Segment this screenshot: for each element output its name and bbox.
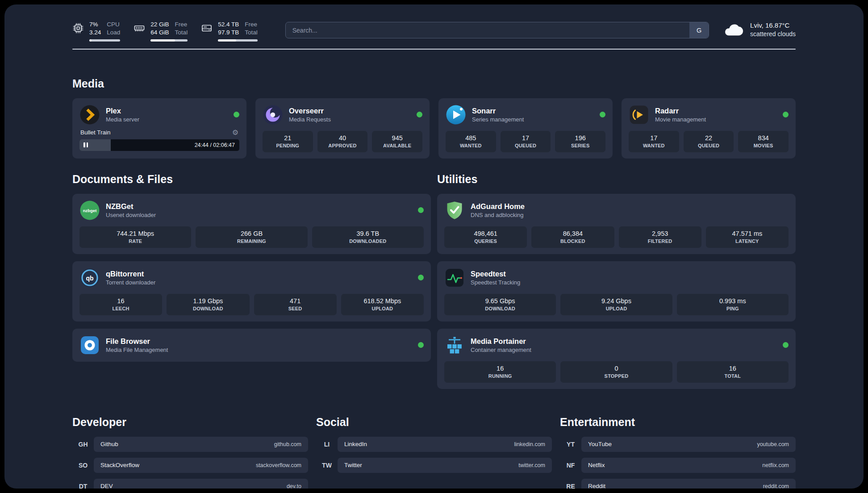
weather-location: Lviv, 16.87°C bbox=[750, 21, 796, 29]
bookmark-url: stackoverflow.com bbox=[256, 462, 301, 468]
disk-usage-bar bbox=[218, 39, 258, 42]
bookmark-dev[interactable]: DT DEV dev.to bbox=[72, 479, 308, 489]
app-card-qbittorrent[interactable]: qb qBittorrent Torrent downloader 16 LEE… bbox=[72, 261, 431, 322]
topbar: 7% 3.24 CPU Load bbox=[72, 21, 796, 42]
app-card-sonarr[interactable]: Sonarr Series management 485 WANTED 17 Q… bbox=[438, 98, 613, 159]
app-card-overseerr[interactable]: Overseerr Media Requests 21 PENDING 40 A… bbox=[255, 98, 430, 159]
app-name: qBittorrent bbox=[106, 270, 155, 278]
bookmark-stackoverflow[interactable]: SO StackOverflow stackoverflow.com bbox=[72, 458, 308, 473]
plex-icon bbox=[79, 104, 100, 125]
bookmark-name: Github bbox=[100, 441, 118, 447]
app-subtitle: Speedtest Tracking bbox=[471, 279, 520, 286]
cpu-load-label: Load bbox=[107, 29, 120, 37]
app-subtitle: Media File Management bbox=[106, 347, 168, 353]
stat-tile: 834 MOVIES bbox=[738, 131, 789, 152]
status-dot bbox=[418, 275, 424, 280]
bookmark-url: twitter.com bbox=[518, 462, 545, 468]
disk-total-value: 97.9 TB bbox=[218, 29, 239, 37]
section-title-media: Media bbox=[72, 77, 796, 90]
bookmark-url: linkedin.com bbox=[514, 441, 545, 447]
bookmark-abbr: SO bbox=[72, 458, 94, 473]
bookmark-name: Netflix bbox=[588, 462, 605, 468]
bookmark-linkedin[interactable]: LI LinkedIn linkedin.com bbox=[316, 437, 552, 452]
app-name: Overseerr bbox=[289, 107, 331, 115]
app-name: NZBGet bbox=[106, 202, 156, 211]
seek-bar[interactable]: 24:44 / 02:06:47 bbox=[79, 139, 239, 151]
pause-button[interactable] bbox=[83, 142, 88, 147]
disk-icon bbox=[201, 22, 213, 34]
dashboard-page: 7% 3.24 CPU Load bbox=[4, 4, 864, 489]
sonarr-icon bbox=[446, 104, 466, 125]
app-card-plex[interactable]: Plex Media server Bullet Train ⚙ 24:44 /… bbox=[72, 98, 246, 159]
bookmark-netflix[interactable]: NF Netflix netflix.com bbox=[560, 458, 796, 473]
stat-tile: 17 WANTED bbox=[629, 131, 679, 152]
plex-now-playing: Bullet Train ⚙ 24:44 / 02:06:47 bbox=[79, 129, 239, 151]
status-dot bbox=[234, 112, 239, 117]
radarr-icon bbox=[629, 104, 649, 125]
stat-tile: 266 GB REMAINING bbox=[196, 226, 307, 248]
bookmark-youtube[interactable]: YT YouTube youtube.com bbox=[560, 437, 796, 452]
cpu-usage-bar bbox=[89, 39, 120, 42]
stat-tile: 471 SEED bbox=[254, 294, 337, 315]
stat-tile: 16 TOTAL bbox=[677, 361, 789, 383]
disk-widget: 52.4 TB 97.9 TB Free Total bbox=[201, 21, 258, 42]
ram-usage-fill bbox=[150, 39, 175, 42]
ram-widget: 22 GiB 64 GiB Free Total bbox=[134, 21, 188, 42]
bookmark-url: github.com bbox=[274, 441, 301, 447]
weather-widget: Lviv, 16.87°C scattered clouds bbox=[723, 21, 796, 38]
stat-tile: 498,461 QUERIES bbox=[444, 226, 527, 248]
stat-tile: 39.6 TB DOWNLOADED bbox=[312, 226, 424, 248]
app-name: AdGuard Home bbox=[471, 202, 525, 211]
section-documents: Documents & Files nzbget NZBGet Usenet d… bbox=[72, 173, 431, 396]
search-input[interactable] bbox=[285, 22, 709, 38]
bookmark-url: dev.to bbox=[287, 483, 301, 489]
bookmark-name: Twitter bbox=[344, 462, 362, 468]
app-subtitle: Media server bbox=[106, 116, 139, 123]
stat-tile: 1.19 Gbps DOWNLOAD bbox=[167, 294, 249, 315]
bookmark-reddit[interactable]: RE Reddit reddit.com bbox=[560, 479, 796, 489]
app-card-speedtest[interactable]: Speedtest Speedtest Tracking 9.65 Gbps D… bbox=[437, 261, 796, 322]
cpu-widget: 7% 3.24 CPU Load bbox=[72, 21, 120, 42]
adguard-icon bbox=[444, 200, 465, 221]
app-subtitle: Container management bbox=[471, 347, 531, 353]
disk-free-label: Free bbox=[245, 21, 258, 29]
topbar-divider bbox=[72, 49, 796, 50]
cpu-load-value: 3.24 bbox=[89, 29, 101, 37]
app-card-filebrowser[interactable]: File Browser Media File Management bbox=[72, 329, 431, 362]
section-utilities: Utilities AdGuard Home DNS and adblockin… bbox=[437, 173, 796, 396]
app-subtitle: Media Requests bbox=[289, 116, 331, 123]
app-name: Plex bbox=[106, 107, 139, 115]
app-card-portainer[interactable]: Media Portainer Container management 16 … bbox=[437, 329, 796, 389]
search-provider-button[interactable]: G bbox=[689, 22, 709, 38]
bookmark-name: YouTube bbox=[588, 441, 612, 447]
app-name: Speedtest bbox=[471, 270, 520, 278]
app-subtitle: Torrent downloader bbox=[106, 279, 155, 286]
ram-free-label: Free bbox=[175, 21, 188, 29]
app-card-adguard[interactable]: AdGuard Home DNS and adblocking 498,461 … bbox=[437, 194, 796, 254]
bookmark-abbr: YT bbox=[560, 437, 581, 452]
bookmark-twitter[interactable]: TW Twitter twitter.com bbox=[316, 458, 552, 473]
bookmark-abbr: DT bbox=[72, 479, 94, 489]
bookmark-abbr: LI bbox=[316, 437, 338, 452]
section-title-utilities: Utilities bbox=[437, 173, 796, 186]
svg-text:qb: qb bbox=[86, 274, 93, 281]
app-subtitle: Series management bbox=[472, 116, 524, 123]
app-card-radarr[interactable]: Radarr Movie management 17 WANTED 22 QUE… bbox=[622, 98, 796, 159]
app-subtitle: Usenet downloader bbox=[106, 212, 156, 218]
bookmark-name: DEV bbox=[100, 483, 113, 489]
bookmark-group-entertainment: Entertainment YT YouTube youtube.com NF … bbox=[560, 416, 796, 489]
stat-tile: 21 PENDING bbox=[263, 131, 313, 152]
app-name: Media Portainer bbox=[471, 337, 531, 346]
status-dot bbox=[783, 112, 789, 117]
app-card-nzbget[interactable]: nzbget NZBGet Usenet downloader 744.21 M… bbox=[72, 194, 431, 254]
status-dot bbox=[418, 342, 424, 348]
disk-usage-fill bbox=[218, 39, 236, 42]
bookmark-abbr: NF bbox=[560, 458, 581, 473]
bookmark-github[interactable]: GH Github github.com bbox=[72, 437, 308, 452]
ram-usage-bar bbox=[150, 39, 188, 42]
gear-icon[interactable]: ⚙ bbox=[232, 129, 238, 136]
cloud-icon bbox=[723, 22, 744, 37]
stat-tile: 618.52 Mbps UPLOAD bbox=[341, 294, 424, 315]
portainer-icon bbox=[444, 335, 465, 355]
cpu-usage-fill bbox=[89, 39, 92, 42]
